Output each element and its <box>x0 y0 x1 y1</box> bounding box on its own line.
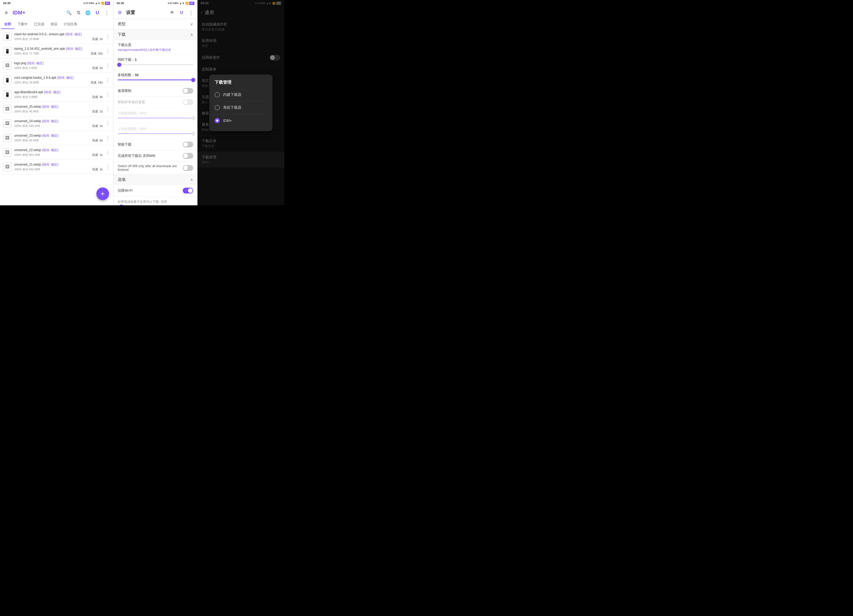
tab-downloading[interactable]: 下载中 <box>14 20 31 29</box>
download-name: logo.png (续传: 确定) <box>14 61 103 65</box>
switch-off-wifi-toggle[interactable] <box>183 165 193 171</box>
dialog-overlay[interactable]: 下载管理 内建下载器 系统下载器 IDM+ <box>197 0 284 205</box>
speed-icon2: 0.47 KB/s <box>168 2 179 5</box>
more-icon[interactable]: ⋮ <box>104 9 110 16</box>
download-name: com.canghai.haoka_1.9.8.apk (续传: 确定) <box>14 76 103 80</box>
list-item[interactable]: 📱 com.canghai.haoka_1.9.8.apk (续传: 确定) 1… <box>0 73 113 87</box>
download-name: clash-for-android-3-0-3...emium.apk (续传:… <box>14 32 103 36</box>
limit-all-speed-label: 限制所有项目速度 <box>118 100 183 105</box>
search-icon[interactable]: 🔍 <box>66 9 72 16</box>
section-download-label: 下载 <box>118 32 126 37</box>
upload-speed-limit-label: 上传速度限制：MAX <box>118 127 147 130</box>
signal-icon: ▲▼ <box>95 2 100 5</box>
speed-limit-label: 速度限制 <box>118 88 183 93</box>
section-type-header[interactable]: 类型 ∨ <box>114 19 197 29</box>
item-more-icon[interactable]: ⋮ <box>105 92 110 97</box>
wifi-icon2: 📶 <box>185 2 188 5</box>
setting-wifi-only[interactable]: 仅限Wi-Fi <box>114 185 197 196</box>
download-info: logo.png (续传: 确定) 100% 来自 4.6KB 完成 0s <box>14 61 103 70</box>
item-more-icon[interactable]: ⋮ <box>105 150 110 155</box>
list-item[interactable]: 🖼 unnamed_24.webp (续传: 确定) 100% 来自 549.2… <box>0 116 113 131</box>
wifi-icon: 📶 <box>101 2 104 5</box>
chevron-down-icon: ∨ <box>190 21 193 27</box>
setting-smart-download[interactable]: 智能下载 <box>114 139 197 150</box>
list-item[interactable]: 📱 app-BlackBox64.apk (续传: 确定) 100% 来自 5.… <box>0 87 113 102</box>
fab-add-button[interactable]: + <box>96 187 109 200</box>
download-meta: 100% 来自 13.8MB 完成 2s <box>14 37 103 41</box>
section-options-label: 选项 <box>118 177 126 182</box>
download-meta: 100% 来自 802.2KB 完成 1s <box>14 153 103 157</box>
download-meta: 100% 来自 45.4KB 完成 0s <box>14 138 103 143</box>
download-meta: 100% 来自 549.2KB 完成 1s <box>14 124 103 128</box>
item-more-icon[interactable]: ⋮ <box>105 121 110 126</box>
tab-error[interactable]: 错误 <box>47 20 61 29</box>
item-more-icon[interactable]: ⋮ <box>105 77 110 83</box>
tab-completed[interactable]: 已完成 <box>31 20 47 29</box>
sort-icon[interactable]: ⇅ <box>75 9 82 16</box>
download-info: karing_1.0.34.452_android_arm.apk (续传: 确… <box>14 47 103 56</box>
dialog-option-builtin[interactable]: 内建下载器 <box>214 90 267 100</box>
threads-slider[interactable] <box>118 77 193 82</box>
setting-switch-off-wifi[interactable]: Switch off Wifi only after all downloads… <box>114 162 197 174</box>
section-options-header[interactable]: 选项 ∧ <box>114 174 197 185</box>
item-more-icon[interactable]: ⋮ <box>105 34 110 39</box>
smart-download-toggle[interactable] <box>183 142 193 147</box>
download-info: unnamed_21.webp (续传: 确定) 100% 来自 542.0KB… <box>14 162 103 171</box>
magnet-icon[interactable]: U <box>94 9 100 16</box>
setting-concurrent: 同时下载：1 <box>114 55 197 70</box>
status-bar-panel2: 04:30 0.47 KB/s ▲▼ 📶 57 <box>114 0 197 6</box>
setting-close-wifi[interactable]: 完成所有下载后,关闭Wifi <box>114 150 197 162</box>
download-info: clash-for-android-3-0-3...emium.apk (续传:… <box>14 32 103 41</box>
panel-download-list: 04:30 0.27 KB/s ▲▼ 📶 57 ≡ IDM+ 🔍 ⇅ 🌐 U ⋮… <box>0 0 113 205</box>
status-icons-panel2: 0.47 KB/s ▲▼ 📶 57 <box>168 2 194 5</box>
file-icon: 📱 <box>3 90 12 99</box>
concurrent-slider[interactable] <box>118 62 193 67</box>
list-item[interactable]: 🖼 unnamed_23.webp (续传: 确定) 100% 来自 45.4K… <box>0 131 113 145</box>
download-location-label: 下载位置 <box>118 42 193 47</box>
list-item[interactable]: 📱 clash-for-android-3-0-3...emium.apk (续… <box>0 29 113 44</box>
item-more-icon[interactable]: ⋮ <box>105 48 110 54</box>
dialog-option-system[interactable]: 系统下载器 <box>214 102 267 113</box>
file-icon: 🖼 <box>3 61 12 70</box>
speed-limit-toggle[interactable] <box>183 88 193 94</box>
section-download-header[interactable]: 下载 ∧ <box>114 29 197 40</box>
tab-scheduled[interactable]: 计划任务 <box>61 20 80 29</box>
radio-builtin[interactable] <box>214 92 220 97</box>
chevron-up-icon: ∧ <box>190 32 193 37</box>
dialog-option-system-label: 系统下载器 <box>223 105 241 110</box>
item-more-icon[interactable]: ⋮ <box>105 135 110 141</box>
chevron-up-icon2: ∧ <box>190 177 193 182</box>
switch-off-wifi-label: Switch off Wifi only after all downloads… <box>118 164 183 171</box>
download-info: unnamed_24.webp (续传: 确定) 100% 来自 549.2KB… <box>14 119 103 128</box>
globe-icon[interactable]: 🌐 <box>85 9 91 16</box>
setting-speed-limit[interactable]: 速度限制 <box>114 85 197 97</box>
menu-icon[interactable]: ≡ <box>3 9 9 16</box>
tab-all[interactable]: 全部 <box>1 20 14 29</box>
download-meta: 100% 来自 46.9KB 完成 1s <box>14 109 103 114</box>
list-item[interactable]: 🖼 unnamed_25.webp (续传: 确定) 100% 来自 46.9K… <box>0 102 113 116</box>
file-icon: 🖼 <box>3 163 12 171</box>
list-item[interactable]: 🖼 unnamed_21.webp (续传: 确定) 100% 来自 542.0… <box>0 160 113 174</box>
time-panel1: 04:30 <box>3 2 11 5</box>
wifi-only-toggle[interactable] <box>183 188 193 193</box>
list-item[interactable]: 🖼 unnamed_22.webp (续传: 确定) 100% 来自 802.2… <box>0 145 113 160</box>
close-wifi-toggle[interactable] <box>183 153 193 159</box>
setting-download-location[interactable]: 下载位置 /storage/emulated/0/旧人软件阁/下载目录 <box>114 40 197 55</box>
radio-idm[interactable] <box>214 118 220 123</box>
item-more-icon[interactable]: ⋮ <box>105 63 110 68</box>
magnet-icon2[interactable]: U <box>179 9 185 16</box>
panel-settings: 04:30 0.47 KB/s ▲▼ 📶 57 ⚙ 设置 👁 U ⋮ 类型 ∨ … <box>113 0 197 205</box>
item-more-icon[interactable]: ⋮ <box>105 164 110 170</box>
list-item[interactable]: 🖼 logo.png (续传: 确定) 100% 来自 4.6KB 完成 0s … <box>0 58 113 73</box>
eye-icon[interactable]: 👁 <box>169 9 175 16</box>
list-item[interactable]: 📱 karing_1.0.34.452_android_arm.apk (续传:… <box>0 44 113 58</box>
item-more-icon[interactable]: ⋮ <box>105 106 110 112</box>
dialog-divider2 <box>214 114 267 114</box>
status-bar-panel1: 04:30 0.27 KB/s ▲▼ 📶 57 <box>0 0 113 6</box>
download-info: unnamed_23.webp (续传: 确定) 100% 来自 45.4KB … <box>14 134 103 143</box>
radio-system[interactable] <box>214 105 220 110</box>
settings-gear-icon: ⚙ <box>117 9 123 16</box>
download-meta: 100% 来自 71.7MB 完成 10s <box>14 52 103 56</box>
more-icon2[interactable]: ⋮ <box>188 9 194 16</box>
dialog-option-idm[interactable]: IDM+ <box>214 115 267 126</box>
